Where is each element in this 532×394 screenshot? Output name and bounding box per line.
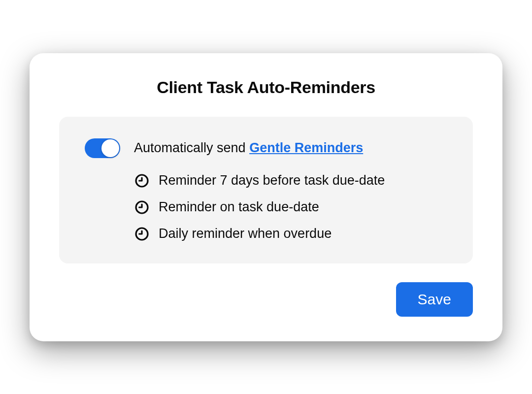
- save-button[interactable]: Save: [396, 282, 473, 317]
- clock-icon: [134, 226, 150, 242]
- auto-send-toggle[interactable]: [85, 138, 120, 158]
- reminder-text: Daily reminder when overdue: [159, 226, 332, 241]
- reminders-card: Client Task Auto-Reminders Automatically…: [30, 53, 502, 341]
- clock-icon: [134, 173, 150, 189]
- clock-icon: [134, 199, 150, 215]
- card-footer: Save: [59, 282, 473, 317]
- list-item: Reminder on task due-date: [134, 199, 449, 215]
- reminder-text: Reminder on task due-date: [159, 199, 319, 215]
- auto-send-label: Automatically send Gentle Reminders: [134, 140, 363, 156]
- list-item: Daily reminder when overdue: [134, 226, 449, 242]
- toggle-knob: [101, 139, 119, 157]
- reminder-text: Reminder 7 days before task due-date: [159, 173, 385, 188]
- settings-panel: Automatically send Gentle Reminders Remi…: [59, 117, 473, 263]
- gentle-reminders-link[interactable]: Gentle Reminders: [249, 140, 363, 155]
- auto-send-row: Automatically send Gentle Reminders: [85, 138, 449, 158]
- list-item: Reminder 7 days before task due-date: [134, 173, 449, 189]
- card-title: Client Task Auto-Reminders: [59, 78, 473, 97]
- auto-send-label-prefix: Automatically send: [134, 140, 249, 155]
- reminder-list: Reminder 7 days before task due-date Rem…: [134, 173, 449, 242]
